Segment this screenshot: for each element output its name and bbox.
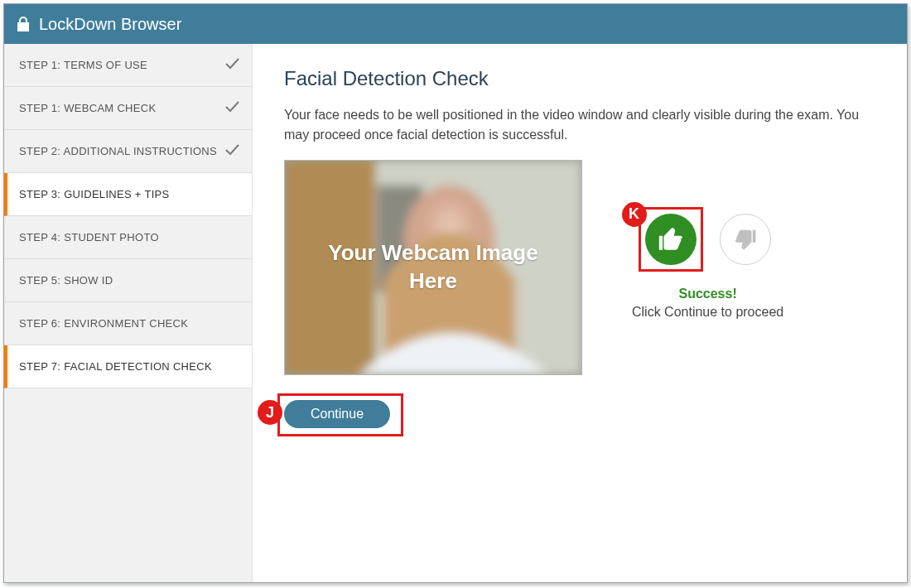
- sidebar-step-label: STEP 1: WEBCAM CHECK: [19, 102, 156, 114]
- check-icon: [224, 142, 240, 161]
- sidebar-step-terms[interactable]: STEP 1: TERMS OF USE: [4, 44, 252, 87]
- instructions-text: Your face needs to be well positioned in…: [284, 105, 875, 145]
- check-icon: [224, 55, 240, 75]
- webcam-placeholder: Your Webcam Image Here: [328, 239, 537, 296]
- annotation-badge-j: J: [258, 400, 282, 425]
- sidebar-step-label: STEP 4: STUDENT PHOTO: [19, 231, 159, 243]
- titlebar: LockDown Browser: [4, 4, 907, 44]
- webcam-preview: Your Webcam Image Here: [284, 160, 582, 375]
- status-text: Success! Click Continue to proceed: [632, 285, 783, 322]
- sidebar-step-label: STEP 3: GUIDELINES + TIPS: [19, 188, 170, 200]
- sidebar-step-label: STEP 6: ENVIRONMENT CHECK: [19, 317, 188, 330]
- webcam-placeholder-line1: Your Webcam Image: [328, 240, 537, 265]
- sidebar-step-guidelines[interactable]: STEP 3: GUIDELINES + TIPS: [4, 173, 252, 216]
- sidebar-step-facial[interactable]: STEP 7: FACIAL DETECTION CHECK: [4, 345, 252, 388]
- status-success: Success!: [632, 285, 783, 303]
- sidebar-step-label: STEP 7: FACIAL DETECTION CHECK: [19, 360, 212, 373]
- thumbs-row: K: [645, 214, 771, 265]
- sidebar-step-webcam[interactable]: STEP 1: WEBCAM CHECK: [4, 87, 252, 130]
- main-content: Facial Detection Check Your face needs t…: [253, 44, 907, 582]
- annotation-box-k: [639, 207, 703, 272]
- continue-area: J Continue: [284, 400, 390, 428]
- annotation-badge-k: K: [622, 202, 647, 227]
- sidebar-step-label: STEP 5: SHOW ID: [19, 274, 113, 287]
- sidebar-step-additional[interactable]: STEP 2: ADDITIONAL INSTRUCTIONS: [4, 130, 252, 173]
- lock-icon: [16, 16, 31, 32]
- sidebar-step-label: STEP 1: TERMS OF USE: [19, 59, 147, 71]
- app-title: LockDown Browser: [39, 15, 181, 34]
- sidebar-step-student-photo[interactable]: STEP 4: STUDENT PHOTO: [4, 216, 252, 259]
- status-column: K Success! Click Continue to proceed: [632, 214, 783, 322]
- webcam-placeholder-line2: Here: [409, 268, 457, 293]
- sidebar-step-environment[interactable]: STEP 6: ENVIRONMENT CHECK: [4, 302, 252, 345]
- page-title: Facial Detection Check: [284, 67, 875, 90]
- sidebar-step-show-id[interactable]: STEP 5: SHOW ID: [4, 259, 252, 302]
- body: STEP 1: TERMS OF USE STEP 1: WEBCAM CHEC…: [4, 44, 907, 582]
- app-window: LockDown Browser STEP 1: TERMS OF USE ST…: [3, 3, 908, 583]
- content-row: Your Webcam Image Here K: [284, 160, 875, 375]
- thumb-up-wrap: K: [645, 214, 697, 265]
- check-icon: [224, 99, 240, 118]
- status-sub: Click Continue to proceed: [632, 303, 783, 321]
- sidebar-step-label: STEP 2: ADDITIONAL INSTRUCTIONS: [19, 145, 217, 157]
- sidebar: STEP 1: TERMS OF USE STEP 1: WEBCAM CHEC…: [4, 44, 253, 582]
- thumbs-down-icon[interactable]: [720, 214, 771, 265]
- annotation-box-j: [277, 393, 403, 436]
